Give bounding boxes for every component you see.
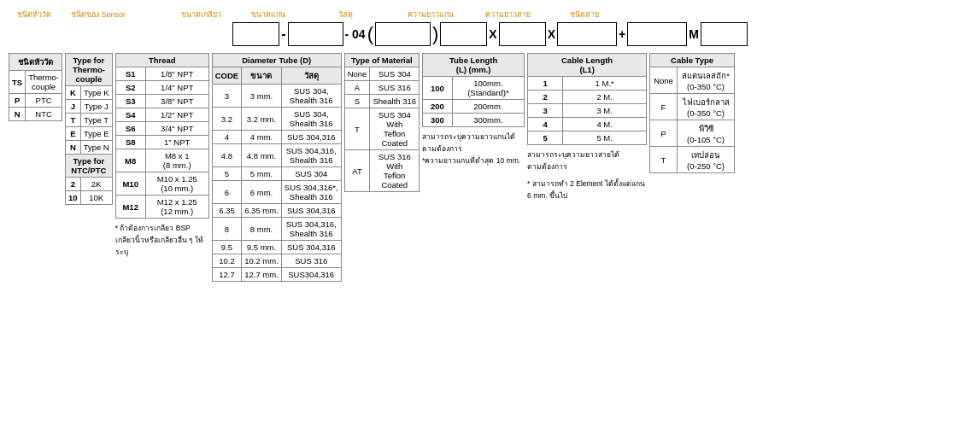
diameter-header: Diameter Tube (D) (212, 54, 341, 67)
tube-length-table: Tube Length(L) (mm.) 100100mm.(Standard)… (422, 53, 525, 127)
main-tables: ชนิดหัววัด TS Thermo-couple P PTC N NTC … (9, 53, 971, 282)
cl-1-code: 1 (528, 77, 563, 90)
sensor-head-ts-code: TS (9, 71, 26, 94)
d8-size: 8 mm. (242, 218, 282, 241)
type-2k-label: 2K (80, 178, 112, 191)
diameter-col-code: CODE (212, 67, 241, 85)
d102-size: 10.2 mm. (242, 254, 282, 268)
s1-code: S1 (115, 67, 145, 81)
d32-material: SUS 304,Shealth 316 (281, 108, 341, 131)
d3-material: SUS 304,Shealth 316 (281, 85, 341, 108)
m10-code: M10 (115, 172, 145, 196)
d102-code: 10.2 (212, 254, 241, 268)
d3-code: 3 (212, 85, 241, 108)
formula-box-8 (701, 22, 748, 46)
tl-100-code: 100 (423, 77, 453, 100)
d48-material: SUS 304,316,Shealth 316 (281, 144, 341, 167)
cl-1-label: 1 M.* (563, 77, 647, 90)
d95-size: 9.5 mm. (242, 241, 282, 254)
d4-size: 4 mm. (242, 131, 282, 144)
m12-code: M12 (115, 196, 145, 219)
mat-a-code: A (344, 81, 370, 95)
sensor-type-section: Type forThermo-couple KType K JType J TT… (65, 53, 113, 205)
type-e-code: E (66, 127, 81, 141)
formula-x-2: X (548, 27, 555, 41)
sensor-head-p-label: PTC (26, 94, 62, 108)
sensor-head-n-code: N (9, 108, 26, 121)
formula-area: ชนิดหัววัด ชนิดของ Sensor ขนาดเกลียว ขนา… (9, 9, 971, 46)
diameter-col-size: ขนาด (242, 67, 282, 85)
s6-code: S6 (115, 122, 145, 136)
m12-label: M12 x 1.25(12 mm.) (145, 196, 208, 219)
cable-length-table: Cable Length(L1) 11 M.* 22 M. 33 M. 44 M… (527, 53, 647, 145)
element-note: * สามารถทำ 2 Element ได้ตั้งแต่แกน 6 mm.… (527, 178, 647, 201)
page-container: ชนิดหัววัด ชนิดของ Sensor ขนาดเกลียว ขนา… (9, 9, 971, 282)
d6-size: 6 mm. (242, 181, 282, 204)
tube-length-note1: สามารถระบุความยาวแกนได้ตามต้องการ (422, 131, 525, 155)
mat-s-code: S (344, 95, 370, 108)
cable-type-header: Cable Type (650, 54, 735, 67)
type-j-label: Type J (80, 100, 112, 114)
formula-m: M (689, 27, 699, 41)
sensor-head-header: ชนิดหัววัด (9, 54, 62, 71)
tl-300-label: 300mm. (452, 114, 524, 127)
mat-t-code: T (344, 108, 370, 150)
formula-separator-2: - 04 (345, 27, 366, 41)
thread-section: Thread S11/8" NPT S21/4" NPT S33/8" NPT … (115, 53, 209, 258)
mat-a-label: SUS 316 (370, 81, 420, 95)
sensor-head-p-code: P (9, 94, 26, 108)
d127-material: SUS304,316 (281, 268, 341, 282)
label-cable-length: ความยาวสาย (485, 9, 531, 20)
cable-type-table: Cable Type None สแตนเลสถัก*(0-350 °C) F … (649, 53, 735, 173)
d8-material: SUS 304,316,Shealth 316 (281, 218, 341, 241)
type-10k-code: 10 (66, 191, 81, 205)
tl-200-label: 200mm. (452, 100, 524, 114)
s2-label: 1/4" NPT (145, 81, 208, 95)
cable-type-section: Cable Type None สแตนเลสถัก*(0-350 °C) F … (649, 53, 735, 173)
formula-box-6 (557, 22, 617, 46)
mat-at-label: SUS 316WithTeflonCoated (370, 150, 420, 192)
mat-s-label: Shealth 316 (370, 95, 420, 108)
ct-f-code: F (650, 94, 678, 120)
type-t-code: T (66, 114, 81, 127)
d102-material: SUS 316 (281, 254, 341, 268)
type-n-code: N (66, 141, 81, 155)
cable-length-header: Cable Length(L1) (528, 54, 647, 77)
cable-length-note: สามารถระบุความยาวสายได้ตามต้องการ (527, 149, 621, 172)
tl-300-code: 300 (423, 114, 453, 127)
ct-f-label: ไฟเบอร์กลาส(0-350 °C) (677, 94, 734, 120)
formula-box-7 (627, 22, 687, 46)
ct-t-label: เทปล่อน(0-250 °C) (677, 147, 734, 173)
type-10k-label: 10K (80, 191, 112, 205)
cl-3-label: 3 M. (563, 104, 647, 118)
d3-size: 3 mm. (242, 85, 282, 108)
cl-3-code: 3 (528, 104, 563, 118)
formula-x-1: X (489, 27, 496, 41)
ct-none-label: สแตนเลสถัก*(0-350 °C) (677, 67, 734, 94)
d635-size: 6.35 mm. (242, 204, 282, 218)
label-cable-type: ชนิดสาย (570, 9, 599, 20)
cl-2-code: 2 (528, 90, 563, 104)
cable-length-section: Cable Length(L1) 11 M.* 22 M. 33 M. 44 M… (527, 53, 647, 201)
type-n-label: Type N (80, 141, 112, 155)
s4-code: S4 (115, 108, 145, 122)
d5-code: 5 (212, 167, 241, 181)
s6-label: 3/4" NPT (145, 122, 208, 136)
s3-code: S3 (115, 95, 145, 108)
diameter-col-material: วัสดุ (281, 67, 341, 85)
ct-p-label: พีวีซี(0-105 °C) (677, 120, 734, 147)
d5-material: SUS 304 (281, 167, 341, 181)
sensor-head-table: ชนิดหัววัด TS Thermo-couple P PTC N NTC (9, 53, 62, 121)
s4-label: 1/2" NPT (145, 108, 208, 122)
formula-paren-close: ) (432, 23, 438, 45)
sensor-head-n-label: NTC (26, 108, 62, 121)
mat-at-code: AT (344, 150, 370, 192)
tube-length-note2: *ความยาวแกนที่ต่ำสุด 10 mm. (422, 155, 525, 166)
label-thread-size: ขนาดเกลียว (181, 9, 221, 20)
formula-separator-1: - (281, 26, 285, 42)
formula-plus: + (619, 27, 625, 41)
formula-box-1 (232, 22, 279, 46)
d32-size: 3.2 mm. (242, 108, 282, 131)
cl-4-code: 4 (528, 118, 563, 131)
d95-code: 9.5 (212, 241, 241, 254)
